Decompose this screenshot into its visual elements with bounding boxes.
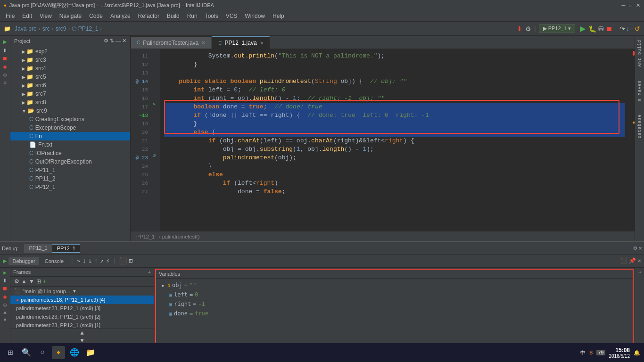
rerun-btn[interactable]: ↺ xyxy=(635,25,640,33)
step-out-dbg[interactable]: ↑ xyxy=(94,257,98,265)
var-expand-obj[interactable]: ▶ xyxy=(162,283,165,288)
menu-window[interactable]: Window xyxy=(241,12,269,20)
tree-item-src7[interactable]: ▶ 📁 src7 xyxy=(10,90,130,98)
threads-icon[interactable]: ⊞ xyxy=(129,257,132,265)
resume-btn[interactable]: ▶ xyxy=(3,38,7,46)
thread-main[interactable]: ⬛ "main"@1 in group... ▼ xyxy=(10,287,154,296)
stop-side[interactable]: ⏹ xyxy=(2,286,8,292)
resume-side[interactable]: ▶ xyxy=(3,270,7,276)
debug-settings-icon[interactable]: ⚙ xyxy=(634,245,637,252)
intellij-icon[interactable]: ♦ xyxy=(52,346,65,359)
sidebar-expand[interactable]: ⇅ xyxy=(110,38,114,44)
debug-btn[interactable]: 🐛 xyxy=(588,25,596,33)
pp12-close-icon[interactable]: ✕ xyxy=(260,41,264,46)
menu-navigate[interactable]: Navigate xyxy=(56,12,85,20)
restore-layout-icon[interactable]: ⬛ xyxy=(620,257,627,264)
stop-debug-btn[interactable]: ⏹ xyxy=(2,56,8,62)
debugger-tab[interactable]: Debugger xyxy=(8,257,39,265)
mute-breakpoints-btn[interactable]: ◎ xyxy=(3,72,7,78)
menu-run[interactable]: Run xyxy=(183,12,201,20)
tree-item-src6[interactable]: ▶ 📁 src6 xyxy=(10,81,130,90)
ant-tab[interactable]: Ant build xyxy=(637,40,642,67)
var-item-left[interactable]: ▣ left = 0 xyxy=(156,290,633,299)
run-to-cursor[interactable]: ↗ xyxy=(100,257,104,265)
scroll-up-btn[interactable]: ▲ xyxy=(80,330,83,337)
settings-btn[interactable]: ⚙ xyxy=(3,80,7,86)
cortana-icon[interactable]: ○ xyxy=(36,346,49,359)
build-icon[interactable]: ⚙ xyxy=(525,25,531,33)
run-btn[interactable]: ▶ xyxy=(580,24,586,33)
maximize-btn[interactable]: □ xyxy=(629,2,632,8)
bp-side[interactable]: ◉ xyxy=(3,294,7,300)
frame-item-2[interactable]: palindrometest:23, PP12_1 (src9) [2] xyxy=(10,313,154,321)
tree-item-exp2[interactable]: ▶ 📁 exp2 xyxy=(10,47,130,56)
mute-side[interactable]: ◎ xyxy=(3,302,7,308)
bp-23[interactable]: ↺ xyxy=(152,151,160,159)
tree-item-src4[interactable]: ▶ 📁 src4 xyxy=(10,64,130,73)
tab-pp12[interactable]: C PP12_1.java ✕ xyxy=(212,36,269,49)
frame-item-0[interactable]: ● palindrometest:18, PP12_1 (src9) [4] xyxy=(10,296,154,304)
view-breakpoints-btn[interactable]: ◉ xyxy=(3,64,7,70)
code-content[interactable]: System.out.println("This is NOT a palind… xyxy=(160,49,629,231)
bc-src9[interactable]: src9 xyxy=(56,25,66,32)
bp-17[interactable]: ➤ xyxy=(152,100,160,108)
explorer-icon[interactable]: 📁 xyxy=(84,346,97,359)
menu-help[interactable]: Help xyxy=(269,12,288,20)
tab-palindrometester[interactable]: C PalindromeTester.java ✕ xyxy=(131,36,211,49)
step-into-dbg[interactable]: ↓ xyxy=(83,257,86,265)
tree-item-fn[interactable]: C Fn xyxy=(10,132,130,140)
get-thread-icon[interactable]: + xyxy=(43,278,46,285)
tree-item-pp12-1[interactable]: C PP12_1 xyxy=(10,183,130,191)
tree-item-iopractice[interactable]: C IOPractice xyxy=(10,149,130,157)
menu-build[interactable]: Build xyxy=(163,12,183,20)
code-editor[interactable]: 11 12 13 @ 14 15 16 17 →18 19 20 21 22 @… xyxy=(131,49,635,231)
clock[interactable]: 15:08 2018/5/12 xyxy=(609,347,630,359)
tree-item-fn-txt[interactable]: 📄 Fn.txt xyxy=(10,140,130,149)
tree-item-exception[interactable]: C ExceptionScope xyxy=(10,123,130,132)
resume-icon[interactable]: ▶ xyxy=(3,257,7,265)
bc-java-pro[interactable]: Java-pro xyxy=(15,25,37,32)
close-btn[interactable]: ✕ xyxy=(636,2,640,8)
menu-file[interactable]: File xyxy=(2,12,18,20)
sidebar-close[interactable]: ✕ xyxy=(122,38,126,44)
coverage-btn[interactable]: ⛁ xyxy=(598,25,604,33)
scroll-up-side[interactable]: ▲ xyxy=(3,310,7,315)
close-debug-icon[interactable]: ✕ xyxy=(638,257,641,264)
windows-start[interactable]: ⊞ xyxy=(4,346,17,359)
palindrometester-close-icon[interactable]: ✕ xyxy=(201,40,205,45)
expand-variables[interactable]: → xyxy=(638,270,641,275)
menu-edit[interactable]: Edit xyxy=(18,12,36,20)
var-item-done[interactable]: ▣ done = true xyxy=(156,309,633,318)
minimize-btn[interactable]: ─ xyxy=(622,2,626,8)
pause-btn[interactable]: ⏸ xyxy=(2,48,8,54)
menu-tools[interactable]: Tools xyxy=(201,12,222,20)
pause-side[interactable]: ⏸ xyxy=(2,278,8,284)
download-icon[interactable]: ⬇ xyxy=(517,25,522,33)
tree-item-src8[interactable]: ▶ 📁 src8 xyxy=(10,98,130,107)
thread-dropdown[interactable]: ▼ xyxy=(72,288,77,294)
frame-item-1[interactable]: palindrometest:23, PP12_1 (src9) [3] xyxy=(10,304,154,313)
frame-item-3[interactable]: palindrometest:23, PP12_1 (src9) [1] xyxy=(10,321,154,329)
frames-icon[interactable]: ⬛ xyxy=(119,257,127,265)
debug-tab-pp12-1[interactable]: PP12_1 xyxy=(24,244,52,253)
menu-vcs[interactable]: VCS xyxy=(222,12,241,20)
var-item-obj[interactable]: ▶ p obj = "" xyxy=(156,280,633,290)
var-item-right[interactable]: ▣ right = -1 xyxy=(156,299,633,309)
frames-expand-btn[interactable]: + xyxy=(148,269,151,275)
filter-icon[interactable]: ⚙ xyxy=(14,278,19,285)
step-over[interactable]: ↷ xyxy=(619,25,625,33)
search-icon[interactable]: 🔍 xyxy=(20,346,33,359)
scroll-down-side[interactable]: ▼ xyxy=(3,317,7,323)
tree-item-src5[interactable]: ▶ 📁 src5 xyxy=(10,73,130,81)
down-frame-icon[interactable]: ▼ xyxy=(29,278,34,285)
tree-item-pp11-1[interactable]: C PP11_1 xyxy=(10,166,130,174)
evaluate-expr[interactable]: ⚡ xyxy=(106,257,109,265)
run-config-dropdown[interactable]: ▶ PP12_1 ▾ xyxy=(539,24,575,33)
sidebar-gear[interactable]: ⚙ xyxy=(104,38,108,44)
thread-filter-icon[interactable]: ⊞ xyxy=(36,278,41,285)
force-step-into[interactable]: ⇓ xyxy=(88,257,92,265)
database-tab[interactable]: Database xyxy=(637,114,642,138)
bc-src[interactable]: src xyxy=(42,25,50,32)
bc-pp12[interactable]: ⬡ PP12_1 xyxy=(72,25,98,32)
menu-code[interactable]: Code xyxy=(85,12,107,20)
